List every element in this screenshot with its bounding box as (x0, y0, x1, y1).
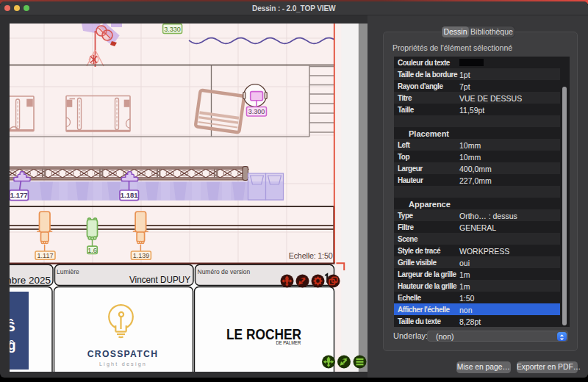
svg-text:Lumière: Lumière (57, 268, 79, 275)
svg-text:Ŝ: Ŝ (10, 319, 15, 334)
svg-text:1.139: 1.139 (133, 252, 150, 259)
svg-text:3.300: 3.300 (248, 108, 265, 115)
svg-text:Echelle: 1:50: Echelle: 1:50 (289, 251, 333, 260)
svg-text:1.6: 1.6 (87, 247, 97, 254)
svg-text:3.330: 3.330 (164, 26, 181, 33)
svg-text:Vincent DUPUY: Vincent DUPUY (129, 274, 190, 285)
svg-text:CROSSPATCH: CROSSPATCH (87, 349, 159, 359)
svg-text:1.181: 1.181 (121, 191, 138, 199)
svg-text:Light design: Light design (99, 361, 147, 367)
svg-text:DE PALMER: DE PALMER (276, 340, 301, 345)
svg-text:ĝ: ĝ (10, 337, 16, 353)
svg-text:Numéro de version: Numéro de version (198, 268, 251, 275)
svg-text:1.117: 1.117 (37, 252, 54, 259)
svg-text:1.177: 1.177 (10, 191, 28, 199)
svg-text:embre 2025: embre 2025 (10, 275, 51, 286)
